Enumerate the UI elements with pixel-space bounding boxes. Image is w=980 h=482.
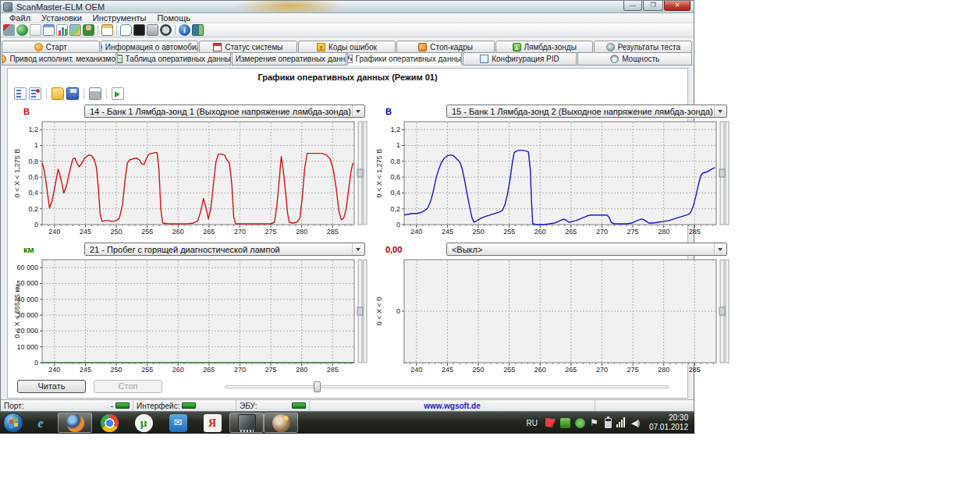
flag-icon[interactable] (590, 418, 600, 428)
tab-measure[interactable]: Измерения оперативных данных (232, 53, 346, 66)
chart-1-pid-select[interactable]: 14 - Банк 1 Лямбда-зонд 1 (Выходное напр… (84, 105, 365, 118)
maximize-button[interactable]: ❐ (643, 1, 663, 11)
volume-icon[interactable] (631, 418, 641, 428)
chart-4-pid-select[interactable]: <Выкл> (446, 243, 727, 256)
chart-panel-3: км 21 - Пробег с горящей диагностической… (12, 243, 368, 374)
tab-actuators[interactable]: Привод исполнит. механизмов (2, 53, 116, 66)
v-zoom-slider-thumb[interactable] (357, 307, 363, 315)
svg-text:250: 250 (472, 366, 484, 374)
chevron-down-icon[interactable] (352, 105, 364, 117)
tab-freeze[interactable]: Стоп-кадры (396, 41, 495, 53)
open-icon[interactable] (51, 87, 64, 100)
chart-2-header: В 15 - Банк 1 Лямбда-зонд 2 (Выходное на… (375, 105, 730, 118)
start-button[interactable] (3, 413, 23, 433)
battery-icon[interactable] (147, 24, 158, 36)
v-scroll-track[interactable] (364, 260, 367, 363)
svg-text:245: 245 (442, 366, 453, 374)
charts-grid: В 14 - Банк 1 Лямбда-зонд 1 (Выходное на… (12, 105, 683, 374)
chart-icon[interactable] (56, 24, 68, 36)
chevron-down-icon[interactable] (714, 105, 726, 117)
paste-icon[interactable] (101, 24, 113, 36)
clock[interactable]: 20:30 07.01.2012 (649, 413, 688, 432)
v-zoom-slider-thumb[interactable] (719, 307, 725, 315)
remove-graph-icon[interactable] (29, 87, 41, 100)
status-bar: Порт: - Интерфейс: ЭБУ: www.wgsoft.de (1, 399, 694, 411)
menu-item-1[interactable]: Установки (36, 13, 87, 23)
tab-power[interactable]: Мощность (577, 53, 692, 66)
timeline-slider[interactable] (225, 381, 669, 392)
tab-results[interactable]: Результаты теста (594, 41, 692, 53)
close-button[interactable]: ✕ (664, 1, 691, 11)
taskbar-app-yandex[interactable] (195, 413, 229, 433)
taskbar-app-gimp[interactable] (264, 413, 298, 433)
v-scroll-track[interactable] (364, 122, 367, 225)
chart-canvas: 24024525025526026527027528028500,20,40,6… (12, 118, 368, 236)
user-icon[interactable] (83, 24, 94, 36)
connect-icon[interactable] (3, 24, 15, 36)
read-button[interactable]: Читать (17, 380, 86, 393)
print-icon[interactable] (89, 87, 101, 100)
tab-info2[interactable]: Информация о автомобиле (101, 41, 199, 53)
menu-item-2[interactable]: Инструменты (87, 13, 152, 23)
card-icon[interactable] (560, 418, 570, 428)
svg-text:265: 265 (203, 366, 215, 374)
tab-start[interactable]: Старт (2, 41, 100, 53)
taskbar-app-chrome[interactable] (92, 413, 126, 433)
v-zoom-slider-thumb[interactable] (357, 169, 363, 177)
taskbar-app-chip[interactable] (229, 413, 264, 433)
terminal-icon[interactable] (133, 24, 145, 36)
taskbar-app-utorrent[interactable] (126, 413, 161, 433)
interface-label: Интерфейс: (137, 402, 179, 410)
antivirus-icon[interactable] (545, 418, 556, 428)
exit-icon[interactable] (192, 24, 204, 36)
chevron-down-icon[interactable] (352, 243, 364, 255)
clock-icon[interactable] (160, 24, 172, 36)
website-link[interactable]: www.wgsoft.de (310, 400, 595, 411)
v-scroll-track[interactable] (726, 122, 729, 225)
v-scroll-track[interactable] (726, 260, 729, 363)
export-icon[interactable] (112, 87, 124, 100)
chevron-down-icon[interactable] (714, 243, 726, 255)
table-icon[interactable] (43, 24, 55, 36)
taskbar-app-mail[interactable] (161, 413, 195, 433)
tab-errors[interactable]: Коды ошибок (298, 41, 396, 53)
toolbar-separator (46, 88, 47, 99)
info-icon[interactable] (179, 24, 190, 36)
document-icon[interactable] (30, 24, 41, 36)
table2-icon (117, 55, 123, 63)
svg-text:275: 275 (627, 228, 638, 236)
updater-icon[interactable] (575, 418, 585, 428)
menu-item-3[interactable]: Помощь (151, 13, 196, 23)
tab-lambda[interactable]: Лямбда-зонды (495, 41, 594, 53)
globe-icon[interactable] (16, 24, 28, 36)
tab-status[interactable]: Статус системы (199, 41, 297, 53)
tab-pid[interactable]: Конфигурация PID (463, 53, 577, 66)
tab-label: Графики оперативных данных (356, 55, 462, 63)
slider-track[interactable] (225, 385, 669, 388)
tab-label: Статус системы (225, 43, 282, 51)
stop-button[interactable]: Стоп (94, 380, 162, 393)
svg-text:260: 260 (534, 366, 546, 374)
main-toolbar (1, 23, 694, 37)
tab-table2[interactable]: Таблица оперативных данных (117, 53, 232, 66)
chart-2-pid-select[interactable]: 15 - Банк 1 Лямбда-зонд 2 (Выходное напр… (446, 105, 727, 118)
language-indicator[interactable]: RU (526, 419, 537, 427)
port-led-indicator (115, 402, 130, 409)
freeze-icon (418, 43, 427, 51)
tab-graphs[interactable]: Графики оперативных данных (347, 53, 462, 66)
menu-item-0[interactable]: Файл (4, 13, 36, 23)
slider-thumb[interactable] (314, 381, 321, 392)
bubble-icon[interactable] (120, 24, 132, 36)
tree-icon[interactable] (14, 87, 27, 100)
minimize-button[interactable]: — (623, 1, 642, 11)
save-icon[interactable] (66, 87, 79, 100)
taskbar-app-firefox[interactable] (58, 413, 92, 433)
network-icon[interactable] (616, 418, 627, 428)
v-zoom-slider-thumb[interactable] (719, 169, 725, 177)
taskbar-app-ie[interactable] (23, 413, 58, 433)
pid-icon (480, 55, 488, 63)
battery-icon[interactable] (605, 418, 612, 428)
chart-3-pid-select[interactable]: 21 - Пробег с горящей диагностической ла… (84, 243, 365, 256)
image-icon[interactable] (69, 24, 81, 36)
svg-text:270: 270 (596, 366, 608, 374)
